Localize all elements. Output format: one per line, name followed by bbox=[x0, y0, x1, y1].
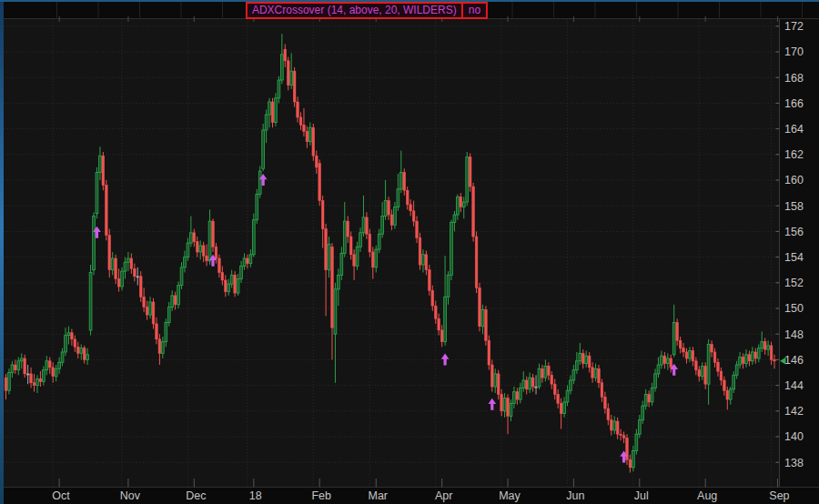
svg-text:162: 162 bbox=[784, 148, 804, 161]
svg-text:148: 148 bbox=[784, 328, 804, 341]
svg-text:Jul: Jul bbox=[634, 489, 649, 502]
indicator-value: no bbox=[461, 4, 486, 17]
svg-text:Aug: Aug bbox=[697, 489, 717, 502]
candlestick-chart[interactable]: 1721701681661641621601581561541521501481… bbox=[0, 0, 819, 504]
indicator-name: ADXCrossover bbox=[252, 4, 324, 16]
svg-text:Jun: Jun bbox=[566, 489, 584, 502]
svg-text:142: 142 bbox=[784, 405, 804, 418]
buy-signal-arrow bbox=[441, 353, 450, 365]
svg-text:Apr: Apr bbox=[435, 489, 452, 502]
svg-text:May: May bbox=[499, 489, 521, 502]
svg-text:146: 146 bbox=[784, 354, 804, 367]
svg-text:170: 170 bbox=[784, 45, 804, 58]
svg-text:144: 144 bbox=[784, 379, 804, 392]
axes-layer: 1721701681661641621601581561541521501481… bbox=[52, 16, 804, 502]
candles-layer bbox=[5, 34, 775, 472]
svg-text:152: 152 bbox=[784, 277, 804, 289]
svg-text:164: 164 bbox=[784, 123, 804, 136]
indicator-name-params: ADXCrossover (14, above, 20, WILDERS) bbox=[248, 4, 461, 17]
chart-window: 1721701681661641621601581561541521501481… bbox=[0, 0, 819, 504]
svg-text:160: 160 bbox=[784, 174, 804, 186]
svg-text:140: 140 bbox=[784, 430, 804, 443]
buy-signal-arrow bbox=[488, 398, 496, 410]
svg-text:138: 138 bbox=[784, 457, 804, 469]
svg-text:Sep: Sep bbox=[769, 489, 789, 502]
grid-layer bbox=[4, 19, 780, 488]
svg-text:172: 172 bbox=[784, 20, 804, 33]
svg-text:Feb: Feb bbox=[311, 489, 331, 502]
svg-text:156: 156 bbox=[784, 226, 804, 238]
svg-text:168: 168 bbox=[784, 72, 804, 85]
indicator-params: (14, above, 20, WILDERS) bbox=[328, 4, 457, 16]
svg-text:154: 154 bbox=[784, 251, 804, 264]
svg-text:158: 158 bbox=[784, 200, 804, 213]
svg-text:Oct: Oct bbox=[52, 489, 70, 502]
indicator-flag[interactable]: ADXCrossover (14, above, 20, WILDERS) no bbox=[246, 2, 488, 19]
svg-text:Dec: Dec bbox=[186, 489, 206, 502]
last-price-marker bbox=[780, 358, 786, 365]
svg-text:166: 166 bbox=[784, 97, 804, 110]
svg-text:Mar: Mar bbox=[368, 489, 388, 502]
svg-text:Nov: Nov bbox=[120, 489, 141, 502]
svg-text:150: 150 bbox=[784, 302, 804, 315]
svg-text:18: 18 bbox=[249, 489, 262, 502]
